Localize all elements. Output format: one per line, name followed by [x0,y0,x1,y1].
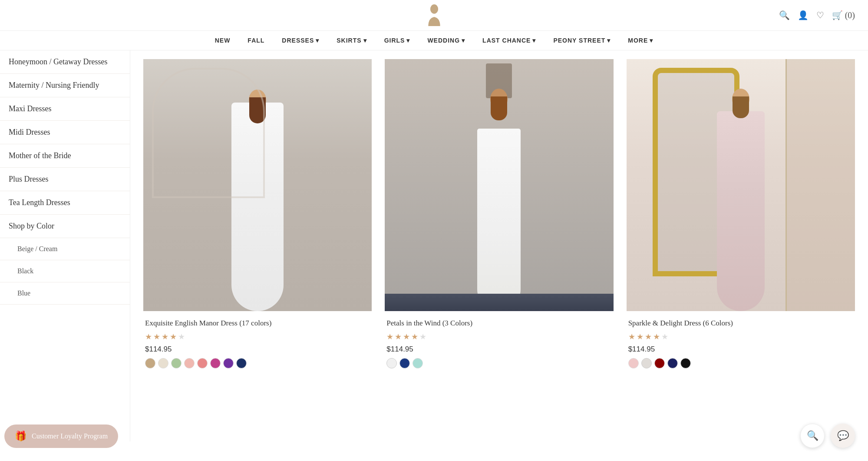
products-grid: Exquisite English Manor Dress (17 colors… [143,59,855,375]
nav-item-girls[interactable]: GIRLS ▾ [384,37,410,44]
chat-icon: 💬 [837,430,849,441]
account-icon[interactable]: 👤 [798,10,809,20]
swatch[interactable] [386,358,397,368]
product-swatches-3 [628,358,853,368]
product-price-3: $114.95 [628,345,853,354]
swatch[interactable] [654,358,665,368]
product-swatches-2 [386,358,611,368]
swatch[interactable] [628,358,639,368]
swatch[interactable] [399,358,410,368]
swatch[interactable] [197,358,208,368]
swatch[interactable] [641,358,652,368]
swatch[interactable] [210,358,221,368]
wishlist-icon[interactable]: ♡ [816,10,824,20]
product-price-2: $114.95 [386,345,611,354]
nav-item-wedding[interactable]: WEDDING ▾ [427,37,465,44]
product-card-1: Exquisite English Manor Dress (17 colors… [143,59,372,375]
search-fab[interactable]: 🔍 [800,424,825,448]
swatch[interactable] [158,358,168,368]
sidebar-item-shopbycolor[interactable]: Shop by Color [0,215,130,238]
main-layout: Honeymoon / Getaway Dresses Maternity / … [0,50,868,441]
swatch[interactable] [413,358,423,368]
sidebar-item-maxi[interactable]: Maxi Dresses [0,97,130,121]
svg-point-0 [430,4,438,14]
cart-count: (0) [845,10,855,20]
product-image-3[interactable] [627,59,855,311]
sidebar-item-plus[interactable]: Plus Dresses [0,168,130,191]
products-area: Exquisite English Manor Dress (17 colors… [130,50,868,441]
nav-item-fall[interactable]: FALL [248,37,264,44]
nav-item-peonystreet[interactable]: PEONY STREET ▾ [553,37,611,44]
loyalty-badge[interactable]: 🎁 Customer Loyalty Program [4,425,118,448]
chat-button[interactable]: 💬 [831,424,855,448]
nav-item-more[interactable]: MORE ▾ [628,37,653,44]
sidebar-item-black[interactable]: Black [0,260,130,282]
swatch[interactable] [236,358,247,368]
nav-item-lastchance[interactable]: LAST CHANCE ▾ [482,37,536,44]
main-nav: NEW FALL DRESSES ▾ SKIRTS ▾ GIRLS ▾ WEDD… [0,31,868,50]
logo[interactable] [423,4,445,26]
header: 🔍 👤 ♡ 🛒 (0) [0,0,868,31]
sidebar: Honeymoon / Getaway Dresses Maternity / … [0,50,130,441]
sidebar-item-midi[interactable]: Midi Dresses [0,121,130,144]
swatch[interactable] [145,358,155,368]
sidebar-item-motherofbride[interactable]: Mother of the Bride [0,144,130,168]
swatch[interactable] [680,358,691,368]
product-info-1: Exquisite English Manor Dress (17 colors… [143,311,372,375]
search-fab-icon: 🔍 [807,430,818,441]
product-stars-3: ★ ★ ★ ★ ★ [628,332,853,342]
sidebar-item-blue[interactable]: Blue [0,282,130,305]
sidebar-item-honeymoon[interactable]: Honeymoon / Getaway Dresses [0,50,130,74]
product-info-3: Sparkle & Delight Dress (6 Colors) ★ ★ ★… [627,311,855,375]
loyalty-label: Customer Loyalty Program [32,432,108,440]
nav-item-skirts[interactable]: SKIRTS ▾ [337,37,366,44]
swatch[interactable] [171,358,182,368]
product-price-1: $114.95 [145,345,370,354]
product-image-1[interactable] [143,59,372,311]
swatch[interactable] [667,358,678,368]
product-stars-2: ★ ★ ★ ★ ★ [386,332,611,342]
product-name-3[interactable]: Sparkle & Delight Dress (6 Colors) [628,318,853,328]
product-card-2: Petals in the Wind (3 Colors) ★ ★ ★ ★ ★ … [385,59,613,375]
nav-item-dresses[interactable]: DRESSES ▾ [282,37,319,44]
product-image-2[interactable] [385,59,613,311]
swatch[interactable] [223,358,234,368]
loyalty-icon: 🎁 [15,431,26,442]
sidebar-item-tealength[interactable]: Tea Length Dresses [0,191,130,215]
header-icons: 🔍 👤 ♡ 🛒 (0) [779,10,855,20]
cart-icon[interactable]: 🛒 (0) [832,10,855,20]
sidebar-item-beige[interactable]: Beige / Cream [0,238,130,260]
product-name-2[interactable]: Petals in the Wind (3 Colors) [386,318,611,328]
swatch[interactable] [184,358,195,368]
product-name-1[interactable]: Exquisite English Manor Dress (17 colors… [145,318,370,328]
nav-item-new[interactable]: NEW [215,37,231,44]
search-icon[interactable]: 🔍 [779,10,790,20]
sidebar-item-maternity[interactable]: Maternity / Nursing Friendly [0,74,130,97]
logo-icon [423,4,445,26]
product-swatches-1 [145,358,370,368]
product-card-3: Sparkle & Delight Dress (6 Colors) ★ ★ ★… [627,59,855,375]
product-stars-1: ★ ★ ★ ★ ★ [145,332,370,342]
product-info-2: Petals in the Wind (3 Colors) ★ ★ ★ ★ ★ … [385,311,613,375]
